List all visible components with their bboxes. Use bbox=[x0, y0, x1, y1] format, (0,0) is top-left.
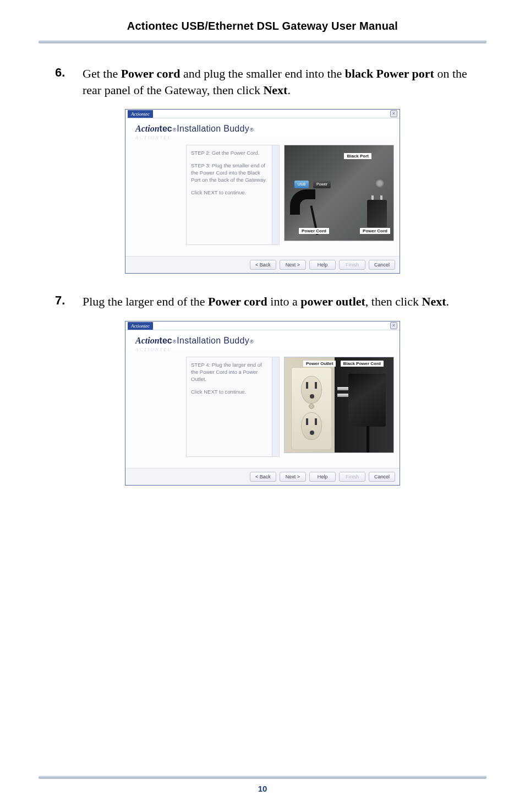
t: Next bbox=[263, 83, 287, 97]
t: , then click bbox=[365, 295, 422, 308]
step4-text: STEP 4: Plug the larger end of the Power… bbox=[191, 362, 276, 383]
label-power-cord: Power Cord bbox=[299, 228, 329, 234]
back-button[interactable]: < Back bbox=[250, 260, 276, 270]
t: Get the bbox=[83, 67, 121, 80]
adapter-graphic bbox=[367, 200, 387, 227]
brand-watermark: ACTIONTEC bbox=[135, 135, 400, 140]
installer-dialog: Actiontec × Actiontec® Installation Budd… bbox=[125, 321, 400, 486]
t: . bbox=[287, 83, 291, 97]
finish-button: Finish bbox=[339, 260, 365, 270]
t: Power cord bbox=[121, 67, 181, 80]
brand-part: tec bbox=[160, 124, 172, 134]
cancel-button[interactable]: Cancel bbox=[369, 472, 395, 482]
titlebar-badge: Actiontec bbox=[128, 322, 153, 330]
click-next-text: Click NEXT to continue. bbox=[191, 389, 276, 396]
next-button[interactable]: Next > bbox=[280, 472, 306, 482]
scroll-down-icon[interactable]: ▼ bbox=[272, 450, 279, 456]
brand-reg: ® bbox=[173, 127, 177, 133]
dialog-footer: < Back Next > Help Finish Cancel bbox=[125, 256, 400, 273]
click-next-text: Click NEXT to continue. bbox=[191, 189, 276, 197]
instruction-pane: ▲ STEP 4: Plug the larger end of the Pow… bbox=[186, 357, 280, 457]
dialog-body: ▲ STEP 4: Plug the larger end of the Pow… bbox=[125, 352, 400, 468]
step-text: Plug the larger end of the Power cord in… bbox=[83, 293, 449, 310]
manual-page: Actiontec USB/Ethernet DSL Gateway User … bbox=[0, 0, 525, 812]
power-adapter bbox=[348, 374, 386, 427]
step-7: 7. Plug the larger end of the Power cord… bbox=[55, 293, 470, 310]
finish-button: Finish bbox=[339, 472, 365, 482]
screenshot-step-6: Actiontec × Actiontec® Installation Budd… bbox=[125, 109, 400, 274]
photo-wall-outlet: Power Outlet Black Power Cord bbox=[284, 357, 394, 453]
step-number: 6. bbox=[55, 66, 83, 98]
t: Next bbox=[422, 295, 446, 308]
footer-divider bbox=[39, 776, 486, 779]
dialog-brand: Actiontec® Installation Buddy® bbox=[125, 330, 400, 349]
brand-part: Installation Buddy bbox=[177, 124, 249, 134]
page-number: 10 bbox=[0, 784, 525, 793]
step-text: Get the Power cord and plug the smaller … bbox=[83, 66, 470, 98]
image-pane: Black Port USB Power Power Cord Power Co… bbox=[284, 145, 394, 245]
instruction-pane: ▲ STEP 2: Get the Power Cord. STEP 3: Pl… bbox=[186, 145, 280, 245]
scroll-up-icon[interactable]: ▲ bbox=[272, 357, 279, 364]
page-title: Actiontec USB/Ethernet DSL Gateway User … bbox=[55, 20, 470, 32]
scroll-down-icon[interactable]: ▼ bbox=[272, 238, 279, 244]
outlet-socket bbox=[301, 376, 322, 404]
back-button[interactable]: < Back bbox=[250, 472, 276, 482]
dialog-titlebar: Actiontec × bbox=[125, 321, 400, 330]
titlebar-badge: Actiontec bbox=[128, 110, 153, 118]
adapter-prong bbox=[337, 394, 349, 397]
screenshot-step-7: Actiontec × Actiontec® Installation Budd… bbox=[125, 321, 400, 486]
brand-part: Installation Buddy bbox=[177, 336, 249, 346]
brand-reg: ® bbox=[250, 127, 254, 133]
step2-text: STEP 2: Get the Power Cord. bbox=[191, 150, 276, 157]
outlet-socket bbox=[301, 412, 322, 440]
brand-part: Action bbox=[135, 336, 160, 346]
dialog-footer: < Back Next > Help Finish Cancel bbox=[125, 468, 400, 485]
step3-text: STEP 3: Plug the smaller end of the Powe… bbox=[191, 162, 276, 183]
t: and plug the smaller end into the bbox=[180, 67, 344, 80]
label-power: Power bbox=[313, 181, 331, 188]
brand-part: tec bbox=[160, 336, 172, 346]
cancel-button[interactable]: Cancel bbox=[369, 260, 395, 270]
photo-gateway-rear: Black Port USB Power Power Cord Power Co… bbox=[284, 145, 394, 241]
brand-part: Action bbox=[135, 124, 160, 134]
scroll-up-icon[interactable]: ▲ bbox=[272, 145, 279, 152]
t: . bbox=[446, 295, 449, 308]
next-button[interactable]: Next > bbox=[280, 260, 306, 270]
label-black-port: Black Port bbox=[344, 153, 371, 159]
adapter-prong bbox=[337, 387, 349, 390]
t: power outlet bbox=[300, 295, 365, 308]
t: black Power port bbox=[345, 67, 434, 80]
brand-watermark: ACTIONTEC bbox=[135, 347, 400, 352]
step-number: 7. bbox=[55, 293, 83, 310]
dialog-titlebar: Actiontec × bbox=[125, 110, 400, 118]
label-power-outlet: Power Outlet bbox=[303, 361, 336, 367]
installer-dialog: Actiontec × Actiontec® Installation Budd… bbox=[125, 109, 400, 274]
label-black-power-cord: Black Power Cord bbox=[341, 361, 384, 367]
brand-reg: ® bbox=[173, 339, 177, 345]
brand-reg: ® bbox=[250, 339, 254, 345]
label-power-cord: Power Cord bbox=[360, 228, 390, 234]
t: Plug the larger end of the bbox=[83, 295, 208, 308]
dialog-brand: Actiontec® Installation Buddy® bbox=[125, 118, 400, 137]
label-usb: USB bbox=[294, 181, 309, 188]
help-button[interactable]: Help bbox=[309, 472, 336, 482]
dialog-body: ▲ STEP 2: Get the Power Cord. STEP 3: Pl… bbox=[125, 140, 400, 256]
close-icon[interactable]: × bbox=[390, 322, 397, 329]
step-6: 6. Get the Power cord and plug the small… bbox=[55, 66, 470, 98]
power-cord bbox=[367, 426, 369, 453]
header-divider bbox=[39, 40, 486, 43]
close-icon[interactable]: × bbox=[390, 110, 397, 117]
plate-screw bbox=[309, 404, 314, 409]
reset-button-graphic bbox=[375, 178, 385, 188]
t: into a bbox=[267, 295, 301, 308]
image-pane: Power Outlet Black Power Cord bbox=[284, 357, 394, 457]
help-button[interactable]: Help bbox=[309, 260, 336, 270]
t: Power cord bbox=[208, 295, 267, 308]
